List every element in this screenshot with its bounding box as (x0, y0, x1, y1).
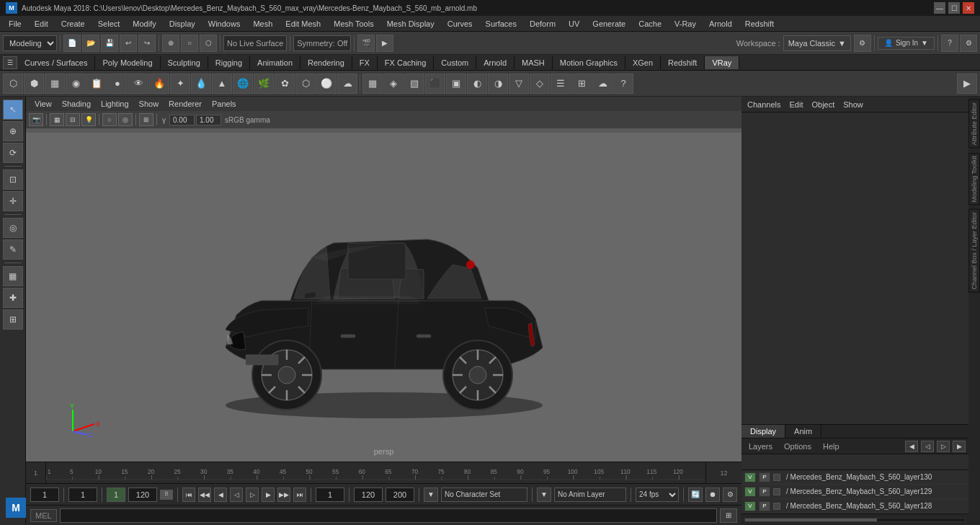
icon-vray5[interactable]: ▣ (446, 74, 466, 94)
menu-deform[interactable]: Deform (524, 18, 561, 30)
vp-show-menu[interactable]: Show (135, 99, 164, 109)
icon-vray7[interactable]: ◑ (488, 74, 508, 94)
icon-vray8[interactable]: ▽ (509, 74, 529, 94)
next-frame-btn[interactable]: ▶ (262, 488, 275, 502)
current-frame-input[interactable]: 1 (68, 488, 97, 502)
layer-v-129[interactable]: V (744, 487, 756, 497)
tab-vray[interactable]: VRay (705, 56, 739, 69)
modeling-toolkit-tab[interactable]: Modeling Toolkit (968, 153, 980, 205)
new-scene-btn[interactable]: 📄 (63, 35, 81, 52)
icon-vray6[interactable]: ◐ (467, 74, 487, 94)
no-anim-layer[interactable]: No Anim Layer (554, 488, 626, 502)
menu-file[interactable]: File (3, 18, 27, 30)
layer-hscrollbar[interactable] (744, 518, 966, 522)
icon-tool4[interactable]: ◉ (66, 74, 86, 94)
icon-tool12[interactable]: 🌐 (233, 74, 253, 94)
display-tab[interactable]: Display (741, 425, 785, 438)
next-key-btn[interactable]: ▶▶ (277, 488, 290, 502)
auto-key-btn[interactable]: ⏺ (705, 488, 720, 502)
layer-next2-btn[interactable]: ▷ (937, 441, 950, 452)
icon-vray10[interactable]: ☰ (551, 74, 571, 94)
channels-btn[interactable]: Channels (747, 100, 780, 109)
fps-select[interactable]: 24 fps (636, 488, 679, 502)
live-surface-label[interactable]: No Live Surface (223, 35, 287, 51)
menu-editmesh[interactable]: Edit Mesh (280, 18, 326, 30)
sign-in-btn[interactable]: 👤 Sign In ▼ (878, 37, 935, 50)
menu-edit[interactable]: Edit (29, 18, 54, 30)
menu-create[interactable]: Create (55, 18, 91, 30)
lasso-btn[interactable]: ○ (181, 35, 198, 52)
menu-windows[interactable]: Windows (202, 18, 246, 30)
icon-vray9[interactable]: ◇ (530, 74, 550, 94)
playback-frame[interactable] (316, 488, 344, 502)
channel-box-tab[interactable]: Channel Box / Layer Editor (968, 209, 980, 293)
script-editor-btn[interactable]: ⊞ (720, 508, 737, 523)
vp-renderer-menu[interactable]: Renderer (164, 99, 206, 109)
play-back-btn[interactable]: ◁ (230, 488, 243, 502)
icon-vray4[interactable]: ⬛ (425, 74, 445, 94)
icon-tool1[interactable]: ⬡ (3, 74, 23, 94)
scale-btn[interactable]: ⊡ (3, 169, 23, 190)
anim-end-input[interactable] (128, 488, 157, 502)
icon-tool15[interactable]: ⬡ (295, 74, 316, 94)
vpt-camera[interactable]: 📷 (29, 113, 43, 126)
vp-panels-menu[interactable]: Panels (208, 99, 241, 109)
snap-btn[interactable]: ✚ (3, 288, 23, 308)
menu-uv[interactable]: UV (563, 18, 585, 30)
tab-sculpting[interactable]: Sculpting (161, 56, 208, 69)
tab-xgen[interactable]: XGen (625, 56, 661, 69)
icon-vray13[interactable]: ? (613, 74, 633, 94)
show-btn[interactable]: Show (843, 100, 863, 109)
layer-p-129[interactable]: P (759, 487, 770, 497)
object-btn[interactable]: Object (811, 100, 834, 109)
icon-tool7[interactable]: 👁 (128, 74, 148, 94)
edit-btn[interactable]: Edit (789, 100, 803, 109)
close-button[interactable]: ✕ (963, 2, 974, 14)
redo-btn[interactable]: ↪ (138, 35, 156, 52)
minimize-button[interactable]: — (934, 2, 945, 14)
tab-mash[interactable]: MASH (514, 56, 553, 69)
skip-back-btn[interactable]: ⏮ (182, 488, 195, 502)
menu-surfaces[interactable]: Surfaces (480, 18, 522, 30)
ipr-btn[interactable]: ▶ (376, 35, 393, 52)
mel-label[interactable]: MEL (30, 509, 57, 522)
tab-animation[interactable]: Animation (250, 56, 300, 69)
vpt-iso[interactable]: ⊞ (139, 113, 153, 126)
symmetry-label[interactable]: Symmetry: Off (293, 35, 351, 51)
layer-next-btn[interactable]: ▶ (953, 441, 966, 452)
vpt-shading[interactable]: ○ (102, 113, 117, 126)
menu-mesh[interactable]: Mesh (247, 18, 278, 30)
anim-tab[interactable]: Anim (785, 425, 821, 438)
icon-tool13[interactable]: 🌿 (254, 74, 274, 94)
soft-select-btn[interactable]: ◎ (3, 218, 23, 238)
menu-cache[interactable]: Cache (633, 18, 667, 30)
layer-prev2-btn[interactable]: ◁ (921, 441, 934, 452)
icon-tool17[interactable]: ☁ (337, 74, 357, 94)
snap2-btn[interactable]: ⊞ (3, 309, 23, 330)
viewport[interactable]: View Shading Lighting Show Renderer Pane… (26, 97, 741, 462)
skip-fwd-btn[interactable]: ⏭ (293, 488, 306, 502)
tab-poly-modeling[interactable]: Poly Modeling (95, 56, 160, 69)
maximize-button[interactable]: ☐ (948, 2, 960, 14)
layer-hscroll-thumb[interactable] (745, 519, 877, 521)
play-fwd-btn[interactable]: ▷ (246, 488, 259, 502)
preferences-btn[interactable]: ⚙ (723, 488, 737, 502)
mode-select[interactable]: Modeling (3, 35, 57, 51)
layer-p-130[interactable]: P (759, 472, 770, 482)
help-btn[interactable]: ? (941, 35, 958, 52)
settings-btn[interactable]: ⚙ (854, 35, 871, 52)
icon-tool9[interactable]: ✦ (170, 74, 190, 94)
layer-v-130[interactable]: V (744, 472, 756, 482)
layers-sub[interactable]: Layers (744, 441, 777, 452)
layer-v-128[interactable]: V (744, 501, 756, 511)
vpt-light[interactable]: 💡 (81, 113, 96, 126)
timeline-track[interactable]: 1 5 10 15 20 25 30 (46, 462, 705, 483)
icon-tool16[interactable]: ⚪ (316, 74, 337, 94)
universal-btn[interactable]: ✛ (3, 191, 23, 211)
menu-generate[interactable]: Generate (587, 18, 631, 30)
workspace-dropdown[interactable]: Maya Classic ▼ (783, 35, 851, 51)
menu-curves[interactable]: Curves (442, 18, 478, 30)
layer-prev-btn[interactable]: ◀ (905, 441, 918, 452)
transform-btn[interactable]: ⊕ (3, 121, 23, 141)
menu-redshift[interactable]: Redshift (739, 18, 780, 30)
